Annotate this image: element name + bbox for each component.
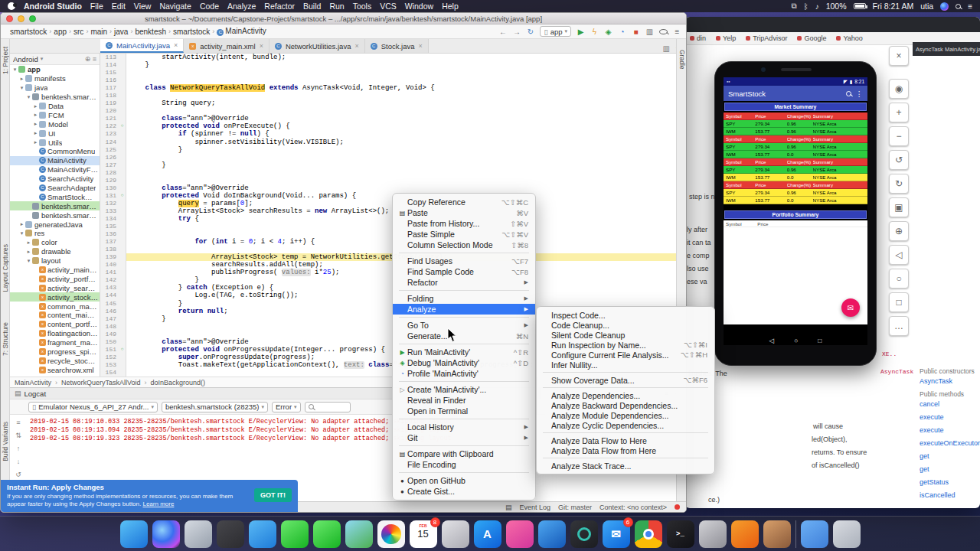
apply-changes-icon[interactable]: ϟ bbox=[590, 28, 599, 36]
market-stock-row[interactable]: IWM153.770.0NYSE Arca bbox=[724, 197, 867, 204]
chevron-down-icon[interactable]: ▾ bbox=[41, 56, 44, 62]
log-level-selector[interactable]: Error▾ bbox=[272, 402, 301, 412]
dock-icon-launchpad[interactable] bbox=[185, 520, 212, 548]
emulator-volume-down-button[interactable]: − bbox=[889, 126, 909, 146]
context-menu-item[interactable]: Refactor▶ bbox=[393, 277, 535, 288]
emulator-screenshot-button[interactable]: ▣ bbox=[889, 197, 909, 217]
context-menu-item[interactable]: ◈Debug 'MainActivity'^⇧D bbox=[393, 357, 535, 368]
docs-sidebar-link[interactable]: isCancelled bbox=[920, 491, 979, 499]
process-selector[interactable]: benktesh.smartstock (28235)▾ bbox=[162, 402, 268, 412]
split-editor-icon[interactable]: ▥ bbox=[663, 44, 670, 53]
dock-icon-finder[interactable] bbox=[120, 520, 148, 548]
dock-icon-xcode[interactable] bbox=[538, 520, 566, 548]
scroll-to-end-icon[interactable]: ⇅ bbox=[15, 432, 21, 439]
tree-item[interactable]: ▸UI bbox=[10, 129, 100, 138]
emulator-close-button[interactable]: × bbox=[889, 46, 909, 66]
tool-stripe-button[interactable]: 1: Project bbox=[2, 47, 9, 74]
menubar-item-edit[interactable]: Edit bbox=[112, 2, 126, 11]
tree-arrow-icon[interactable]: ▸ bbox=[25, 240, 32, 246]
market-stock-row[interactable]: IWM153.770.0NYSE Arca bbox=[724, 174, 867, 181]
run-configuration-selector[interactable]: ▯app▾ bbox=[540, 26, 571, 37]
context-menu-item[interactable]: Column Selection Mode⇧⌘8 bbox=[393, 240, 535, 250]
tree-item[interactable]: ▾app bbox=[10, 65, 100, 74]
context-menu-item[interactable]: Analyze▶ bbox=[393, 304, 535, 315]
got-it-button[interactable]: GOT IT! bbox=[254, 488, 292, 502]
tree-item[interactable]: xactivity_search.xml bbox=[10, 283, 100, 292]
tree-arrow-icon[interactable]: ▸ bbox=[32, 121, 39, 127]
context-menu-item[interactable]: ●Create Gist... bbox=[393, 486, 535, 497]
context-menu-item[interactable]: Paste from History...⇧⌘V bbox=[393, 218, 535, 229]
context-menu-item[interactable]: Paste Simple⌥⇧⌘V bbox=[393, 229, 535, 240]
editor-breadcrumb-item[interactable]: doInBackground() bbox=[151, 379, 206, 386]
dock-icon-messages[interactable] bbox=[281, 520, 309, 548]
dock-icon-firefox[interactable] bbox=[731, 520, 759, 548]
tree-item[interactable]: xsearchrow.xml bbox=[10, 365, 100, 374]
stop-button[interactable]: ■ bbox=[632, 28, 640, 36]
dock-icon-calendar[interactable]: FEB158 bbox=[410, 520, 437, 548]
context-indicator[interactable]: Context: <no context> bbox=[599, 504, 667, 511]
tree-item[interactable]: xactivity_stockdetail.xml bbox=[10, 292, 100, 302]
run-button[interactable]: ▶ bbox=[577, 28, 585, 36]
tree-arrow-icon[interactable]: ▸ bbox=[32, 112, 39, 118]
menubar-item-vcs[interactable]: VCS bbox=[380, 2, 397, 11]
context-menu-item[interactable]: ◔Profile 'MainActivity' bbox=[393, 368, 535, 379]
emulator-volume-up-button[interactable]: + bbox=[889, 103, 909, 122]
error-notification-badge[interactable] bbox=[675, 504, 680, 510]
editor-breadcrumb-item[interactable]: NetworkQueryTaskAllVoid bbox=[61, 379, 141, 386]
analyze-submenu-item[interactable]: Analyze Stack Trace... bbox=[537, 461, 714, 471]
emulator-rotate-right-button[interactable]: ↻ bbox=[889, 174, 909, 194]
tree-item[interactable]: CCommonMenu bbox=[10, 147, 100, 156]
nav-overview-button[interactable]: □ bbox=[818, 337, 822, 344]
overflow-menu-icon[interactable]: ⋮ bbox=[856, 90, 864, 98]
git-branch-indicator[interactable]: Git: master bbox=[558, 504, 592, 511]
tree-item[interactable]: ▸color bbox=[10, 238, 100, 247]
tree-item[interactable]: xfloatingactionbutton.xml bbox=[10, 329, 100, 338]
siri-icon[interactable] bbox=[940, 2, 949, 11]
editor-tab[interactable]: CStock.java× bbox=[365, 39, 429, 53]
tree-item[interactable]: ▾res bbox=[10, 229, 100, 238]
settings-icon[interactable]: ≡ bbox=[673, 28, 681, 36]
tree-arrow-icon[interactable]: ▸ bbox=[32, 103, 39, 109]
nav-back-button[interactable]: ◁ bbox=[769, 337, 775, 344]
context-menu-item[interactable]: Open in Terminal bbox=[393, 406, 535, 416]
tree-item[interactable]: ▸Model bbox=[10, 119, 100, 129]
analyze-submenu-item[interactable]: Analyze Data Flow to Here bbox=[537, 435, 714, 445]
dock-icon-facetime[interactable] bbox=[313, 520, 341, 548]
mirroring-icon[interactable]: ⧉ bbox=[792, 2, 797, 11]
bookmark-item[interactable]: din bbox=[690, 34, 706, 42]
tree-arrow-icon[interactable]: ▾ bbox=[11, 67, 18, 73]
avd-manager-icon[interactable]: ▥ bbox=[645, 28, 654, 36]
breadcrumb-item[interactable]: app bbox=[54, 28, 67, 36]
tool-stripe-button[interactable]: Layout Captures bbox=[2, 244, 9, 292]
breadcrumb-item[interactable]: smartstock bbox=[173, 28, 210, 36]
tool-stripe-button[interactable]: Build Variants bbox=[2, 422, 9, 461]
tree-item[interactable]: xrecycle_stock.xml bbox=[10, 357, 100, 366]
breadcrumb-item[interactable]: java bbox=[114, 28, 128, 36]
volume-icon[interactable]: ♪ bbox=[815, 2, 819, 11]
gradle-tool-button[interactable]: Gradle bbox=[678, 50, 686, 70]
tree-item[interactable]: ▸Utils bbox=[10, 138, 100, 147]
tool-stripe-button[interactable]: 7: Structure bbox=[2, 322, 9, 356]
analyze-submenu-item[interactable]: Analyze Module Dependencies... bbox=[537, 410, 714, 420]
context-menu-item[interactable]: Local History▶ bbox=[393, 422, 535, 432]
dock-icon-music[interactable] bbox=[506, 520, 534, 548]
event-log-button[interactable]: Event Log bbox=[519, 504, 550, 511]
tree-item[interactable]: CSearchActivity bbox=[10, 174, 100, 184]
context-menu-item[interactable]: ▶Run 'MainActivity'^⇧R bbox=[393, 347, 535, 357]
dock-icon-notes[interactable] bbox=[217, 520, 244, 548]
context-menu-item[interactable]: Folding▶ bbox=[393, 293, 535, 304]
analyze-submenu-item[interactable]: Infer Nullity... bbox=[537, 360, 714, 370]
market-stock-row[interactable]: IWM153.770.0NYSE Arca bbox=[724, 151, 867, 158]
menubar-item-window[interactable]: Window bbox=[405, 2, 433, 11]
analyze-submenu-item[interactable]: Analyze Data Flow from Here bbox=[537, 445, 714, 455]
dock-icon-chrome[interactable] bbox=[635, 520, 662, 548]
sync-gradle-icon[interactable]: ↻ bbox=[526, 28, 534, 36]
menubar-item-build[interactable]: Build bbox=[303, 2, 321, 11]
menubar-clock[interactable]: Fri 8:21 AM bbox=[873, 2, 914, 11]
tree-arrow-icon[interactable]: ▸ bbox=[32, 139, 39, 145]
tree-item[interactable]: xcontent_portfolio.xml bbox=[10, 320, 100, 329]
battery-icon[interactable] bbox=[854, 3, 866, 9]
context-menu-item[interactable]: Go To▶ bbox=[393, 320, 535, 331]
tree-item[interactable]: xfragment_main.xml bbox=[10, 338, 100, 347]
nav-home-button[interactable]: ○ bbox=[794, 337, 798, 344]
